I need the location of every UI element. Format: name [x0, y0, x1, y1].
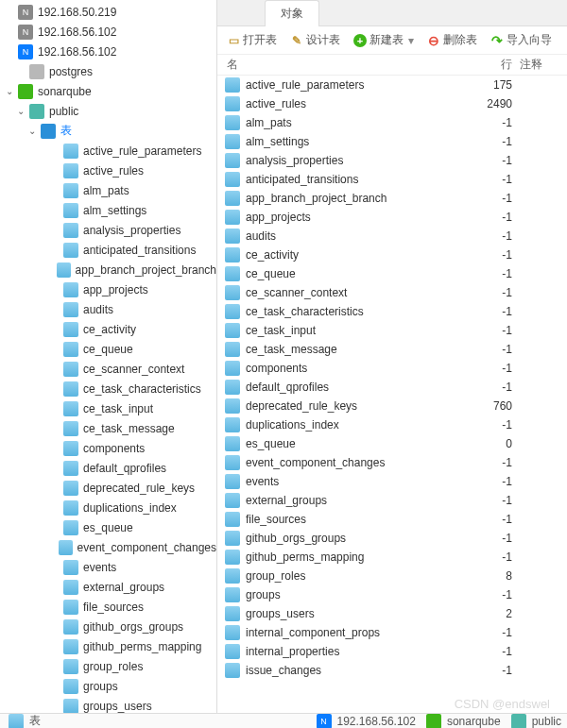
- tree-item[interactable]: external_groups: [0, 577, 216, 597]
- table-icon: [9, 714, 24, 729]
- tree-item[interactable]: alm_pats: [0, 180, 216, 200]
- tree-item[interactable]: github_orgs_groups: [0, 617, 216, 636]
- table-row[interactable]: components-1: [217, 359, 567, 378]
- tree-item[interactable]: ce_queue: [0, 339, 216, 359]
- table-icon: [225, 606, 240, 621]
- table-row[interactable]: duplications_index-1: [217, 415, 567, 434]
- tree-label: ce_scanner_context: [83, 363, 184, 376]
- col-comment[interactable]: 注释: [512, 57, 559, 73]
- table-name: audits: [246, 229, 465, 243]
- tree-item[interactable]: alm_settings: [0, 200, 216, 220]
- table-rows: -1: [465, 664, 512, 677]
- tree-item[interactable]: event_component_changes: [0, 537, 216, 557]
- toggle-icon[interactable]: ⌄: [15, 106, 26, 117]
- open-table-button[interactable]: ▭打开表: [223, 30, 281, 50]
- table-row[interactable]: alm_pats-1: [217, 113, 567, 132]
- table-icon: [225, 417, 240, 432]
- col-rows[interactable]: 行: [465, 57, 512, 73]
- design-table-button[interactable]: ✎设计表: [286, 30, 344, 50]
- table-row[interactable]: app_branch_project_branch-1: [217, 189, 567, 208]
- tree-item[interactable]: groups: [0, 676, 216, 696]
- tree-item[interactable]: events: [0, 557, 216, 577]
- tree-item[interactable]: deprecated_rule_keys: [0, 478, 216, 498]
- col-name[interactable]: 名: [217, 57, 465, 73]
- new-table-button[interactable]: +新建表▾: [350, 30, 418, 50]
- tree-item[interactable]: ce_scanner_context: [0, 359, 216, 379]
- tree-item[interactable]: active_rules: [0, 161, 216, 180]
- table-row[interactable]: github_perms_mapping-1: [217, 548, 567, 567]
- import-wizard-button[interactable]: ↷导入向导: [487, 30, 556, 50]
- tree-item[interactable]: analysis_properties: [0, 220, 216, 240]
- tree-item[interactable]: active_rule_parameters: [0, 141, 216, 161]
- table-icon: [225, 266, 240, 281]
- table-row[interactable]: analysis_properties-1: [217, 151, 567, 170]
- table-row[interactable]: default_qprofiles-1: [217, 378, 567, 397]
- table-row[interactable]: event_component_changes-1: [217, 453, 567, 472]
- toggle-icon[interactable]: ⌄: [4, 86, 15, 97]
- tree-item[interactable]: app_projects: [0, 279, 216, 299]
- tree-item[interactable]: N192.168.50.219: [0, 2, 216, 22]
- table-row[interactable]: es_queue0: [217, 434, 567, 453]
- tree-item[interactable]: duplications_index: [0, 498, 216, 517]
- tab-objects[interactable]: 对象: [265, 0, 319, 26]
- table-row[interactable]: active_rule_parameters175: [217, 76, 567, 94]
- table-row[interactable]: groups_users2: [217, 604, 567, 623]
- tree-item[interactable]: anticipated_transitions: [0, 240, 216, 260]
- tree-item[interactable]: N192.168.56.102: [0, 42, 216, 61]
- tree-item[interactable]: group_roles: [0, 656, 216, 676]
- tree-item[interactable]: ce_task_message: [0, 418, 216, 438]
- table-row[interactable]: deprecated_rule_keys760: [217, 397, 567, 415]
- table-row[interactable]: internal_component_props-1: [217, 623, 567, 642]
- icon-conn-active-icon: N: [18, 44, 33, 59]
- table-rows: -1: [465, 135, 512, 148]
- table-row[interactable]: file_sources-1: [217, 510, 567, 529]
- table-row[interactable]: ce_scanner_context-1: [217, 283, 567, 302]
- tree-item[interactable]: components: [0, 438, 216, 458]
- table-row[interactable]: active_rules2490: [217, 94, 567, 113]
- delete-table-button[interactable]: ⊖删除表: [423, 30, 481, 50]
- table-row[interactable]: ce_task_message-1: [217, 340, 567, 359]
- table-row[interactable]: internal_properties-1: [217, 642, 567, 661]
- tree-item[interactable]: ce_activity: [0, 319, 216, 339]
- table-row[interactable]: ce_queue-1: [217, 264, 567, 283]
- tree-item[interactable]: ce_task_input: [0, 398, 216, 418]
- tree-item[interactable]: groups_users: [0, 696, 216, 713]
- table-name: app_projects: [246, 211, 465, 224]
- tree-item[interactable]: ⌄表: [0, 121, 216, 141]
- icon-table-icon: [63, 163, 78, 178]
- tree-item[interactable]: es_queue: [0, 517, 216, 537]
- tree-item[interactable]: app_branch_project_branch: [0, 260, 216, 279]
- icon-table-icon: [63, 500, 78, 516]
- tree-item[interactable]: github_perms_mapping: [0, 636, 216, 656]
- table-row[interactable]: issue_changes-1: [217, 661, 567, 680]
- icon-table-icon: [63, 441, 78, 456]
- table-row[interactable]: ce_task_characteristics-1: [217, 302, 567, 321]
- table-icon: [225, 550, 240, 565]
- table-row[interactable]: audits-1: [217, 227, 567, 245]
- table-row[interactable]: github_orgs_groups-1: [217, 529, 567, 548]
- tree-item[interactable]: ⌄public: [0, 101, 216, 121]
- tree-label: es_queue: [83, 521, 133, 534]
- tree-item[interactable]: audits: [0, 299, 216, 319]
- tree-item[interactable]: postgres: [0, 61, 216, 81]
- toggle-icon[interactable]: ⌄: [26, 126, 38, 137]
- table-row[interactable]: ce_task_input-1: [217, 321, 567, 340]
- table-name: es_queue: [246, 437, 465, 450]
- tree-item[interactable]: file_sources: [0, 597, 216, 617]
- tree-item[interactable]: default_qprofiles: [0, 458, 216, 478]
- table-row[interactable]: ce_activity-1: [217, 245, 567, 264]
- table-row[interactable]: group_roles8: [217, 567, 567, 585]
- tree-item[interactable]: ce_task_characteristics: [0, 379, 216, 398]
- tree-item[interactable]: N192.168.56.102: [0, 22, 216, 42]
- table-row[interactable]: app_projects-1: [217, 208, 567, 227]
- table-rows: -1: [465, 475, 512, 488]
- tree-label: active_rules: [83, 164, 144, 178]
- tree-item[interactable]: ⌄sonarqube: [0, 81, 216, 101]
- table-name: app_branch_project_branch: [246, 192, 465, 205]
- table-row[interactable]: events-1: [217, 472, 567, 491]
- table-row[interactable]: groups-1: [217, 585, 567, 604]
- table-icon: [225, 455, 240, 470]
- table-row[interactable]: alm_settings-1: [217, 132, 567, 151]
- table-row[interactable]: anticipated_transitions-1: [217, 170, 567, 189]
- table-row[interactable]: external_groups-1: [217, 491, 567, 510]
